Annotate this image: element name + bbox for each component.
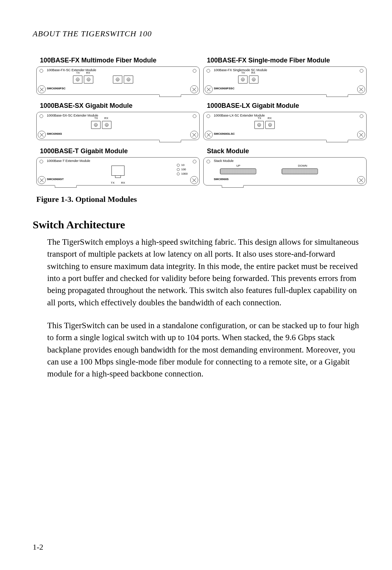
fiber-port-pair — [113, 76, 133, 84]
model-label: SMC6900GT — [47, 178, 64, 181]
mount-hole-icon — [40, 160, 43, 163]
txrx-labels: TX RX — [111, 181, 125, 184]
module-box: 1000Base-LX-SC Extender Module TX RX SMC… — [203, 112, 367, 140]
rj45-port-icon — [111, 166, 124, 176]
tab-icon — [326, 140, 348, 142]
model-label: SMC8900S — [214, 178, 229, 181]
tab-icon — [159, 140, 181, 142]
module-box: 1000Base-SX-SC Extender Module TX RX SMC… — [36, 112, 200, 140]
txrx-labels: TX RX — [73, 71, 93, 74]
tab-icon — [326, 94, 348, 97]
module-box: Stack Module UP DOWN SMC8900S — [203, 157, 367, 186]
module-title: 1000BASE-T Gigabit Module — [36, 147, 200, 155]
module-title: 100BASE-FX Multimode Fiber Module — [36, 57, 200, 64]
module-1: 100BASE-FX Single-mode Fiber Module 100B… — [203, 57, 367, 95]
stack-connector-icon — [282, 168, 318, 174]
screw-icon — [357, 176, 365, 184]
module-0: 100BASE-FX Multimode Fiber Module 100Bas… — [36, 57, 200, 95]
mount-hole-icon — [207, 69, 210, 73]
model-label: SMC6900FSSC — [214, 87, 234, 90]
module-subtitle: Stack Module — [214, 159, 234, 163]
mount-hole-icon — [193, 69, 196, 73]
fiber-port-icon — [238, 76, 248, 84]
header-text: ABOUT THE TIGERSWITCH 100 — [33, 29, 152, 38]
mount-hole-icon — [207, 160, 210, 163]
module-title: 1000BASE-SX Gigabit Module — [36, 102, 200, 110]
mount-hole-icon — [40, 69, 43, 73]
txrx-labels: TX RX — [91, 117, 111, 120]
module-subtitle: 1000Base-SX-SC Extender Module — [47, 114, 98, 117]
module-title: Stack Module — [203, 147, 367, 155]
fiber-port-icon — [249, 76, 258, 84]
fiber-port-icon — [84, 76, 93, 84]
module-subtitle: 1000Base-T Extender Module — [47, 159, 90, 163]
mount-hole-icon — [40, 114, 43, 118]
txrx-labels: TX RX — [254, 117, 275, 120]
screw-icon — [190, 176, 198, 184]
tab-icon — [55, 185, 77, 188]
module-box: 1000Base-T Extender Module TX RX 10 100 … — [36, 157, 200, 186]
screw-icon — [357, 85, 365, 93]
fiber-port-icon — [102, 121, 111, 129]
fiber-port-icon — [113, 76, 122, 84]
paragraph-1: The TigerSwitch employs a high-speed swi… — [47, 236, 367, 309]
tab-icon — [222, 185, 244, 188]
module-box: 100Base-FX-SC Extender Module TX RX SMC6… — [36, 66, 200, 95]
mount-hole-icon — [360, 69, 363, 73]
figure-caption: Figure 1-3. Optional Modules — [36, 195, 367, 204]
module-3: 1000BASE-LX Gigabit Module 1000Base-LX-S… — [203, 102, 367, 140]
module-title: 1000BASE-LX Gigabit Module — [203, 102, 367, 110]
model-label: SMC6900G — [47, 132, 62, 135]
screw-icon — [357, 131, 365, 139]
fiber-port-pair: TX RX — [91, 121, 111, 129]
fiber-port-pair: TX RX — [238, 76, 258, 84]
screw-icon — [205, 131, 213, 139]
speed-leds: 10 100 1000 — [177, 163, 188, 175]
screw-icon — [190, 131, 198, 139]
module-2: 1000BASE-SX Gigabit Module 1000Base-SX-S… — [36, 102, 200, 140]
paragraph-2: This TigerSwitch can be used in a standa… — [47, 319, 367, 380]
fiber-port-pair: TX RX — [254, 121, 275, 129]
fiber-port-icon — [124, 76, 133, 84]
fiber-port-icon — [91, 121, 101, 129]
module-box: 100Base-FX Singlemode SC Module TX RX SM… — [203, 66, 367, 95]
screw-icon — [38, 131, 46, 139]
fiber-port-icon — [265, 121, 275, 129]
led-icon — [177, 172, 180, 175]
mount-hole-icon — [193, 160, 196, 163]
screw-icon — [38, 176, 46, 184]
tab-icon — [159, 94, 181, 97]
section-heading: Switch Architecture — [33, 219, 367, 231]
txrx-labels: TX RX — [238, 71, 258, 74]
page-header: ABOUT THE TIGERSWITCH 100 — [33, 29, 367, 38]
model-label: SMC6900GLSC — [214, 132, 235, 135]
screw-icon — [190, 85, 198, 93]
modules-figure: 100BASE-FX Multimode Fiber Module 100Bas… — [36, 57, 367, 186]
module-4: 1000BASE-T Gigabit Module 1000Base-T Ext… — [36, 147, 200, 186]
model-label: SMC6900FSC — [47, 87, 66, 90]
module-5: Stack Module Stack Module UP DOWN SMC890… — [203, 147, 367, 186]
fiber-port-icon — [254, 121, 264, 129]
fiber-port-icon — [73, 76, 82, 84]
led-icon — [177, 164, 180, 167]
mount-hole-icon — [360, 114, 363, 118]
up-label: UP — [236, 164, 240, 167]
mount-hole-icon — [207, 114, 210, 118]
screw-icon — [38, 85, 46, 93]
screw-icon — [205, 85, 213, 93]
page-number: 1-2 — [33, 542, 43, 552]
module-title: 100BASE-FX Single-mode Fiber Module — [203, 57, 367, 64]
led-icon — [177, 168, 180, 171]
down-label: DOWN — [298, 164, 307, 167]
mount-hole-icon — [193, 114, 196, 118]
stack-connector-icon — [220, 168, 256, 174]
fiber-port-pair: TX RX — [73, 76, 93, 84]
